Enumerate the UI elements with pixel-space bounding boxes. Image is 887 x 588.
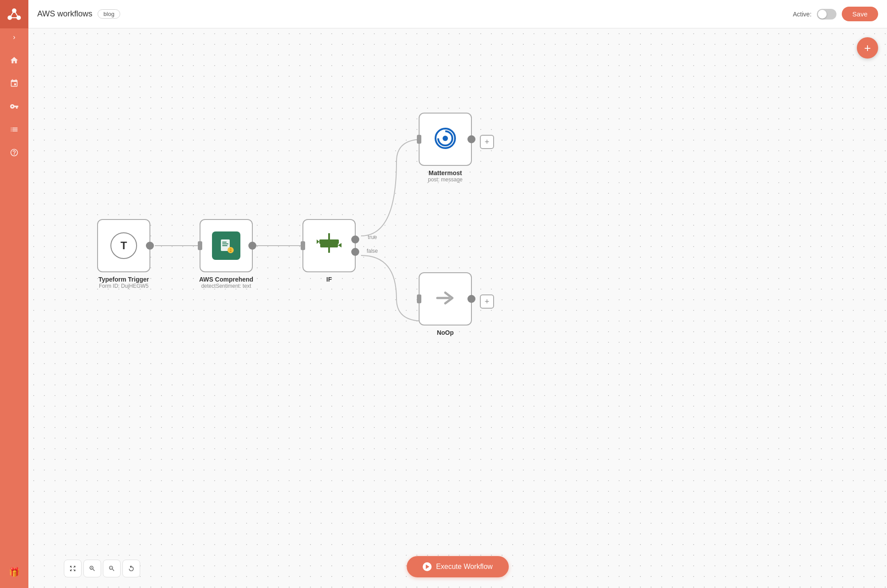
svg-rect-8 bbox=[222, 242, 227, 243]
execute-workflow-button[interactable]: Execute Workflow bbox=[407, 556, 509, 577]
node-mattermost[interactable]: Mattermost post: message + bbox=[419, 113, 472, 183]
if-icon bbox=[316, 230, 342, 262]
add-node-button[interactable]: + bbox=[857, 37, 878, 59]
if-false-connector[interactable] bbox=[351, 248, 359, 256]
svg-rect-9 bbox=[222, 243, 228, 244]
header: AWS workflows blog Active: Save bbox=[28, 0, 887, 28]
svg-line-4 bbox=[14, 11, 19, 18]
sidebar-nav bbox=[4, 46, 25, 561]
workflow-canvas[interactable]: + T Typeform Trigger Form ID: DujHEGW5 bbox=[28, 28, 887, 588]
zoom-out-button[interactable] bbox=[103, 560, 121, 577]
noop-add-button[interactable]: + bbox=[480, 294, 494, 309]
svg-point-20 bbox=[443, 136, 448, 141]
noop-input-port bbox=[417, 294, 421, 303]
save-button[interactable]: Save bbox=[842, 7, 878, 21]
mattermost-sublabel: post: message bbox=[428, 176, 463, 183]
node-if[interactable]: true false IF bbox=[302, 219, 356, 283]
svg-marker-14 bbox=[317, 239, 319, 244]
reset-button[interactable] bbox=[122, 560, 140, 577]
if-true-label: true bbox=[368, 234, 377, 240]
node-aws[interactable]: AWS Comprehend detectSentiment: text bbox=[199, 219, 253, 289]
if-false-label: false bbox=[367, 248, 378, 254]
sidebar: › 🎁 bbox=[0, 0, 28, 588]
execute-icon bbox=[423, 562, 432, 571]
sidebar-item-help[interactable] bbox=[4, 142, 25, 163]
aws-output-connector[interactable] bbox=[248, 242, 256, 250]
svg-line-3 bbox=[10, 11, 14, 18]
sidebar-item-gift[interactable]: 🎁 bbox=[4, 561, 25, 583]
execute-workflow-area: Execute Workflow bbox=[407, 556, 509, 577]
execute-label: Execute Workflow bbox=[436, 563, 493, 571]
sidebar-item-connections[interactable] bbox=[4, 73, 25, 94]
noop-label: NoOp bbox=[437, 329, 454, 336]
if-input-port bbox=[301, 241, 305, 250]
svg-rect-10 bbox=[222, 245, 228, 246]
aws-input-port bbox=[198, 241, 202, 250]
noop-icon bbox=[433, 286, 458, 312]
sidebar-item-credentials[interactable] bbox=[4, 96, 25, 117]
app-logo[interactable] bbox=[0, 0, 28, 28]
typeform-sublabel: Form ID: DujHEGW5 bbox=[99, 283, 149, 289]
mattermost-label: Mattermost bbox=[428, 169, 462, 176]
toolbar-controls bbox=[64, 560, 140, 577]
mattermost-add-button[interactable]: + bbox=[480, 135, 494, 149]
if-label: IF bbox=[326, 276, 332, 283]
node-noop[interactable]: NoOp + bbox=[419, 272, 472, 336]
noop-output-connector[interactable] bbox=[467, 295, 475, 303]
svg-rect-17 bbox=[328, 233, 330, 253]
main-area: AWS workflows blog Active: Save + bbox=[28, 0, 887, 588]
typeform-icon: T bbox=[110, 232, 137, 259]
typeform-output-connector[interactable] bbox=[146, 242, 154, 250]
svg-rect-12 bbox=[230, 251, 232, 252]
node-typeform[interactable]: T Typeform Trigger Form ID: DujHEGW5 bbox=[97, 219, 150, 289]
sidebar-item-executions[interactable] bbox=[4, 119, 25, 140]
if-true-connector[interactable] bbox=[351, 235, 359, 243]
sidebar-item-home[interactable] bbox=[4, 50, 25, 71]
typeform-label: Typeform Trigger bbox=[98, 276, 149, 283]
aws-sublabel: detectSentiment: text bbox=[201, 283, 251, 289]
mattermost-input-port bbox=[417, 135, 421, 144]
mattermost-icon bbox=[431, 124, 459, 154]
aws-icon bbox=[212, 231, 240, 260]
sidebar-toggle[interactable]: › bbox=[0, 28, 28, 46]
fit-screen-button[interactable] bbox=[64, 560, 82, 577]
aws-label: AWS Comprehend bbox=[199, 276, 253, 283]
zoom-in-button[interactable] bbox=[83, 560, 101, 577]
mattermost-output-connector[interactable] bbox=[467, 135, 475, 143]
workflow-title: AWS workflows bbox=[37, 9, 92, 19]
sidebar-bottom: 🎁 bbox=[4, 561, 25, 588]
active-label: Active: bbox=[793, 11, 812, 18]
workflow-badge[interactable]: blog bbox=[98, 9, 120, 19]
active-toggle[interactable] bbox=[817, 9, 836, 20]
